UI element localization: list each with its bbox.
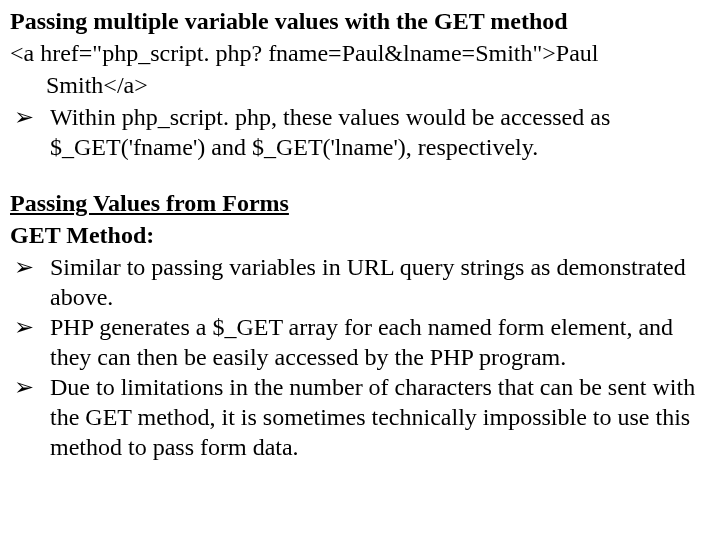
section2-bullet-3: ➢ Due to limitations in the number of ch… bbox=[10, 372, 710, 462]
section2-title: Passing Values from Forms bbox=[10, 188, 710, 218]
section1-bullet-1: ➢ Within php_script. php, these values w… bbox=[10, 102, 710, 162]
section2-bullet-1: ➢ Similar to passing variables in URL qu… bbox=[10, 252, 710, 312]
code-line-1: <a href="php_script. php? fname=Paul&lna… bbox=[10, 38, 710, 68]
spacer bbox=[10, 162, 710, 188]
code-line-2: Smith</a> bbox=[10, 70, 710, 100]
bullet-arrow-icon: ➢ bbox=[10, 312, 50, 372]
section2-subtitle: GET Method: bbox=[10, 220, 710, 250]
section2-bullet-2: ➢ PHP generates a $_GET array for each n… bbox=[10, 312, 710, 372]
bullet-arrow-icon: ➢ bbox=[10, 372, 50, 462]
bullet-text: Within php_script. php, these values wou… bbox=[50, 102, 710, 162]
bullet-text: PHP generates a $_GET array for each nam… bbox=[50, 312, 710, 372]
slide-content: Passing multiple variable values with th… bbox=[0, 0, 720, 472]
bullet-arrow-icon: ➢ bbox=[10, 252, 50, 312]
bullet-text: Similar to passing variables in URL quer… bbox=[50, 252, 710, 312]
bullet-text: Due to limitations in the number of char… bbox=[50, 372, 710, 462]
bullet-arrow-icon: ➢ bbox=[10, 102, 50, 162]
section1-title: Passing multiple variable values with th… bbox=[10, 6, 710, 36]
